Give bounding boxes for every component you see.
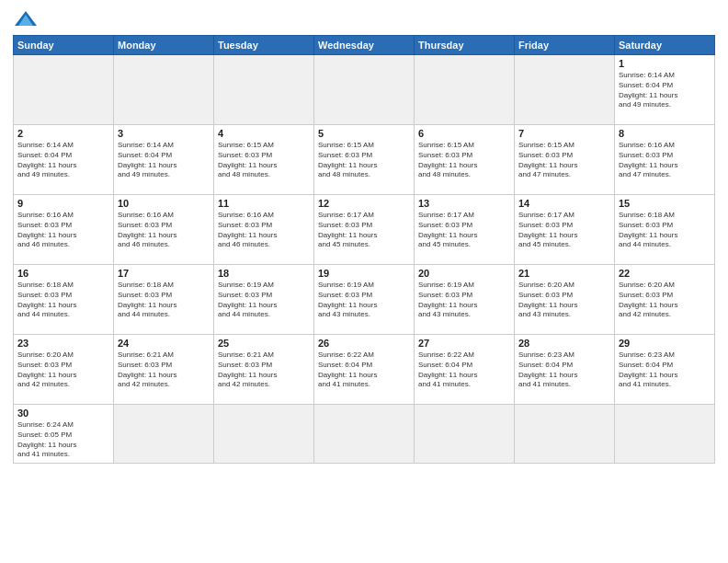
day-number: 20 [418,268,510,279]
calendar-cell: 11Sunrise: 6:16 AM Sunset: 6:03 PM Dayli… [214,195,314,265]
header [13,9,715,29]
day-info: Sunrise: 6:18 AM Sunset: 6:03 PM Dayligh… [619,211,711,250]
day-info: Sunrise: 6:16 AM Sunset: 6:03 PM Dayligh… [218,211,310,250]
day-info: Sunrise: 6:18 AM Sunset: 6:03 PM Dayligh… [118,281,210,320]
day-info: Sunrise: 6:16 AM Sunset: 6:03 PM Dayligh… [118,211,210,250]
calendar-cell: 15Sunrise: 6:18 AM Sunset: 6:03 PM Dayli… [615,195,715,265]
day-number: 22 [619,268,711,279]
calendar-cell: 22Sunrise: 6:20 AM Sunset: 6:03 PM Dayli… [615,265,715,335]
day-number: 19 [318,268,410,279]
day-info: Sunrise: 6:14 AM Sunset: 6:04 PM Dayligh… [17,141,109,180]
calendar-cell: 4Sunrise: 6:15 AM Sunset: 6:03 PM Daylig… [214,125,314,195]
calendar-cell [615,405,715,464]
day-number: 13 [418,198,510,209]
calendar-cell: 8Sunrise: 6:16 AM Sunset: 6:03 PM Daylig… [615,125,715,195]
day-info: Sunrise: 6:15 AM Sunset: 6:03 PM Dayligh… [518,141,610,180]
day-number: 7 [518,128,610,139]
day-number: 14 [518,198,610,209]
day-number: 8 [619,128,711,139]
day-number: 4 [218,128,310,139]
calendar-header-row: SundayMondayTuesdayWednesdayThursdayFrid… [14,36,715,55]
calendar-week-row: 9Sunrise: 6:16 AM Sunset: 6:03 PM Daylig… [14,195,715,265]
calendar-cell: 23Sunrise: 6:20 AM Sunset: 6:03 PM Dayli… [14,335,114,405]
calendar-week-row: 30Sunrise: 6:24 AM Sunset: 6:05 PM Dayli… [14,405,715,464]
calendar-cell: 18Sunrise: 6:19 AM Sunset: 6:03 PM Dayli… [214,265,314,335]
day-info: Sunrise: 6:15 AM Sunset: 6:03 PM Dayligh… [418,141,510,180]
calendar-cell [114,405,214,464]
day-info: Sunrise: 6:16 AM Sunset: 6:03 PM Dayligh… [619,141,711,180]
calendar-cell: 29Sunrise: 6:23 AM Sunset: 6:04 PM Dayli… [615,335,715,405]
calendar-week-row: 1Sunrise: 6:14 AM Sunset: 6:04 PM Daylig… [14,55,715,125]
day-number: 1 [619,58,711,69]
calendar-cell: 24Sunrise: 6:21 AM Sunset: 6:03 PM Dayli… [114,335,214,405]
calendar-cell [14,55,114,125]
day-number: 21 [518,268,610,279]
day-number: 28 [518,338,610,349]
calendar-cell [415,405,515,464]
calendar-cell: 28Sunrise: 6:23 AM Sunset: 6:04 PM Dayli… [515,335,615,405]
day-info: Sunrise: 6:16 AM Sunset: 6:03 PM Dayligh… [17,211,109,250]
day-info: Sunrise: 6:23 AM Sunset: 6:04 PM Dayligh… [518,350,610,390]
logo-area [13,9,46,29]
day-info: Sunrise: 6:15 AM Sunset: 6:03 PM Dayligh… [318,141,410,180]
weekday-header: Friday [515,36,615,55]
calendar-cell: 20Sunrise: 6:19 AM Sunset: 6:03 PM Dayli… [415,265,515,335]
day-number: 10 [118,198,210,209]
page: SundayMondayTuesdayWednesdayThursdayFrid… [0,0,728,563]
day-number: 30 [17,408,109,419]
day-number: 25 [218,338,310,349]
day-number: 24 [118,338,210,349]
calendar-cell: 19Sunrise: 6:19 AM Sunset: 6:03 PM Dayli… [314,265,415,335]
day-number: 16 [17,268,109,279]
logo-icon [13,9,39,29]
day-info: Sunrise: 6:19 AM Sunset: 6:03 PM Dayligh… [318,281,410,320]
day-info: Sunrise: 6:17 AM Sunset: 6:03 PM Dayligh… [518,211,610,250]
day-info: Sunrise: 6:21 AM Sunset: 6:03 PM Dayligh… [118,350,210,390]
day-number: 18 [218,268,310,279]
calendar-cell: 13Sunrise: 6:17 AM Sunset: 6:03 PM Dayli… [415,195,515,265]
calendar-cell: 30Sunrise: 6:24 AM Sunset: 6:05 PM Dayli… [14,405,114,464]
day-info: Sunrise: 6:17 AM Sunset: 6:03 PM Dayligh… [418,211,510,250]
day-info: Sunrise: 6:20 AM Sunset: 6:03 PM Dayligh… [17,350,109,390]
calendar-cell: 27Sunrise: 6:22 AM Sunset: 6:04 PM Dayli… [415,335,515,405]
weekday-header: Saturday [615,36,715,55]
calendar-cell: 26Sunrise: 6:22 AM Sunset: 6:04 PM Dayli… [314,335,415,405]
day-number: 27 [418,338,510,349]
day-number: 23 [17,338,109,349]
day-number: 3 [118,128,210,139]
day-info: Sunrise: 6:23 AM Sunset: 6:04 PM Dayligh… [619,350,711,390]
weekday-header: Thursday [415,36,515,55]
day-number: 6 [418,128,510,139]
day-info: Sunrise: 6:14 AM Sunset: 6:04 PM Dayligh… [619,71,711,110]
day-number: 11 [218,198,310,209]
calendar-week-row: 16Sunrise: 6:18 AM Sunset: 6:03 PM Dayli… [14,265,715,335]
calendar-cell [114,55,214,125]
calendar-cell [314,55,415,125]
calendar-cell: 25Sunrise: 6:21 AM Sunset: 6:03 PM Dayli… [214,335,314,405]
day-info: Sunrise: 6:20 AM Sunset: 6:03 PM Dayligh… [518,281,610,320]
calendar-cell: 6Sunrise: 6:15 AM Sunset: 6:03 PM Daylig… [415,125,515,195]
weekday-header: Sunday [14,36,114,55]
day-number: 2 [17,128,109,139]
day-number: 29 [619,338,711,349]
day-number: 9 [17,198,109,209]
day-info: Sunrise: 6:15 AM Sunset: 6:03 PM Dayligh… [218,141,310,180]
day-info: Sunrise: 6:18 AM Sunset: 6:03 PM Dayligh… [17,281,109,320]
calendar-week-row: 2Sunrise: 6:14 AM Sunset: 6:04 PM Daylig… [14,125,715,195]
calendar-cell [214,55,314,125]
calendar-cell [314,405,415,464]
calendar-cell: 16Sunrise: 6:18 AM Sunset: 6:03 PM Dayli… [14,265,114,335]
day-info: Sunrise: 6:19 AM Sunset: 6:03 PM Dayligh… [218,281,310,320]
calendar-cell: 17Sunrise: 6:18 AM Sunset: 6:03 PM Dayli… [114,265,214,335]
calendar-cell: 14Sunrise: 6:17 AM Sunset: 6:03 PM Dayli… [515,195,615,265]
day-number: 5 [318,128,410,139]
day-info: Sunrise: 6:22 AM Sunset: 6:04 PM Dayligh… [418,350,510,390]
day-info: Sunrise: 6:17 AM Sunset: 6:03 PM Dayligh… [318,211,410,250]
day-info: Sunrise: 6:19 AM Sunset: 6:03 PM Dayligh… [418,281,510,320]
day-number: 12 [318,198,410,209]
calendar-cell [515,405,615,464]
calendar-cell: 1Sunrise: 6:14 AM Sunset: 6:04 PM Daylig… [615,55,715,125]
weekday-header: Tuesday [214,36,314,55]
day-info: Sunrise: 6:22 AM Sunset: 6:04 PM Dayligh… [318,350,410,390]
day-number: 26 [318,338,410,349]
